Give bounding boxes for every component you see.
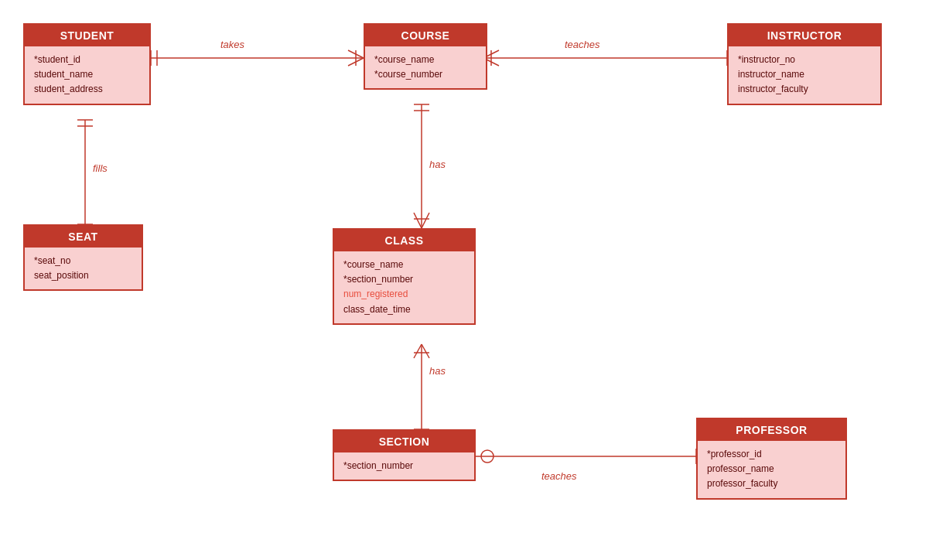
svg-line-23 xyxy=(414,344,422,358)
field-class-num-registered: num_registered xyxy=(343,287,465,302)
label-teaches-professor: teaches xyxy=(541,470,577,482)
label-teaches-instructor: teaches xyxy=(565,39,600,50)
entity-class: CLASS *course_name *section_number num_r… xyxy=(333,228,476,325)
entity-class-header: CLASS xyxy=(334,230,474,251)
field-professor-id: *professor_id xyxy=(707,447,836,462)
label-has-course-class: has xyxy=(429,159,446,170)
entity-student: STUDENT *student_id student_name student… xyxy=(23,23,151,105)
field-student-address: student_address xyxy=(34,82,140,97)
svg-line-3 xyxy=(348,50,364,58)
entity-professor-body: *professor_id professor_name professor_f… xyxy=(698,441,845,498)
field-seat-no: *seat_no xyxy=(34,254,132,268)
entity-section-body: *section_number xyxy=(334,452,474,480)
svg-line-20 xyxy=(422,213,429,228)
svg-line-24 xyxy=(422,344,429,358)
entity-class-body: *course_name *section_number num_registe… xyxy=(334,251,474,323)
field-instructor-faculty: instructor_faculty xyxy=(738,82,871,97)
field-course-number: *course_number xyxy=(374,67,476,82)
field-instructor-no: *instructor_no xyxy=(738,53,871,67)
entity-instructor: INSTRUCTOR *instructor_no instructor_nam… xyxy=(727,23,882,105)
entity-student-header: STUDENT xyxy=(25,25,149,46)
entity-seat-header: SEAT xyxy=(25,226,142,248)
entity-professor-header: PROFESSOR xyxy=(698,419,845,441)
entity-course-body: *course_name *course_number xyxy=(365,46,486,88)
label-takes: takes xyxy=(220,39,244,50)
entity-seat: SEAT *seat_no seat_position xyxy=(23,224,143,291)
entity-section-header: SECTION xyxy=(334,431,474,452)
field-class-section-number: *section_number xyxy=(343,272,465,287)
field-course-name: *course_name xyxy=(374,53,476,67)
field-instructor-name: instructor_name xyxy=(738,67,871,82)
field-section-number: *section_number xyxy=(343,459,465,473)
field-student-name: student_name xyxy=(34,67,140,82)
field-class-course-name: *course_name xyxy=(343,258,465,272)
field-class-date-time: class_date_time xyxy=(343,302,465,317)
entity-instructor-body: *instructor_no instructor_name instructo… xyxy=(729,46,880,104)
svg-point-29 xyxy=(481,450,494,463)
diagram-container: takes teaches fills has has teaches STUD… xyxy=(0,0,929,560)
field-professor-faculty: professor_faculty xyxy=(707,476,836,491)
entity-course: COURSE *course_name *course_number xyxy=(364,23,487,90)
entity-section: SECTION *section_number xyxy=(333,429,476,481)
field-professor-name: professor_name xyxy=(707,462,836,476)
label-fills: fills xyxy=(93,162,108,174)
entity-student-body: *student_id student_name student_address xyxy=(25,46,149,104)
field-seat-position: seat_position xyxy=(34,268,132,283)
entity-seat-body: *seat_no seat_position xyxy=(25,248,142,289)
svg-line-4 xyxy=(348,58,364,66)
label-has-class-section: has xyxy=(429,365,446,377)
field-student-id: *student_id xyxy=(34,53,140,67)
entity-course-header: COURSE xyxy=(365,25,486,46)
entity-professor: PROFESSOR *professor_id professor_name p… xyxy=(696,418,847,500)
entity-instructor-header: INSTRUCTOR xyxy=(729,25,880,46)
svg-line-19 xyxy=(414,213,422,228)
